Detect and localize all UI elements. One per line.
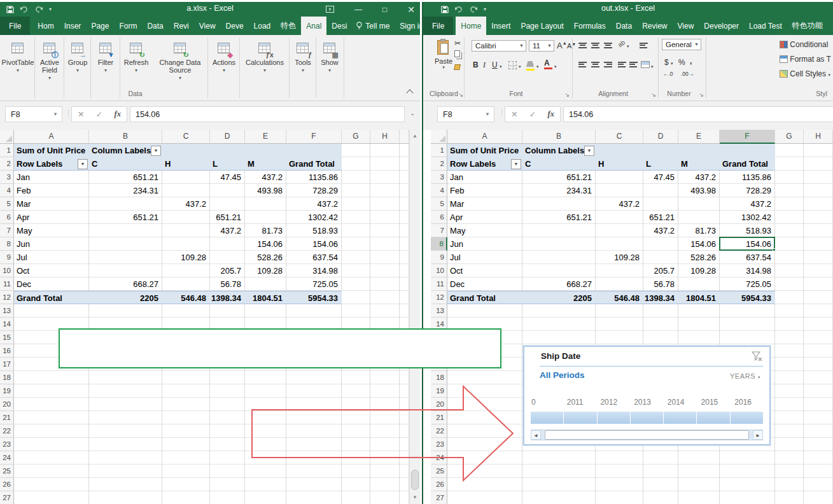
- cell[interactable]: Oct: [447, 264, 522, 277]
- formula-input[interactable]: 154.06: [130, 106, 405, 122]
- timeline-ship-date[interactable]: Ship Date All Periods YEARS ▾ 0201120122…: [523, 346, 771, 445]
- cell[interactable]: 56.78: [210, 277, 245, 291]
- row-header-15[interactable]: 15: [0, 331, 14, 344]
- minimize-button[interactable]: —: [354, 5, 362, 14]
- timeline-level-dropdown-icon[interactable]: ▾: [758, 375, 760, 379]
- fill-color-dropdown-icon[interactable]: ▾: [536, 64, 539, 69]
- cell[interactable]: 437.2: [720, 197, 775, 211]
- timeline-segment[interactable]: [731, 412, 763, 424]
- cell[interactable]: 437.2: [245, 171, 286, 184]
- borders-dropdown-icon[interactable]: ▾: [519, 64, 521, 69]
- selected-cell-F8[interactable]: [719, 237, 775, 251]
- row-header-2[interactable]: 2: [0, 157, 14, 171]
- grow-font-icon[interactable]: A▲: [557, 41, 567, 50]
- cell[interactable]: 637.54: [720, 251, 775, 264]
- cell[interactable]: 81.73: [245, 224, 286, 237]
- row-header-4[interactable]: 4: [431, 184, 447, 197]
- cancel-entry-icon[interactable]: ✕: [78, 109, 84, 119]
- row-header-16[interactable]: 16: [0, 344, 14, 358]
- borders-icon[interactable]: [508, 61, 517, 71]
- cell[interactable]: M: [678, 157, 720, 171]
- bold-button[interactable]: B: [473, 60, 479, 69]
- row-header-3[interactable]: 3: [431, 171, 447, 184]
- ribbon-button-group[interactable]: →Group▾: [65, 39, 90, 94]
- cell[interactable]: Grand Total: [286, 157, 342, 171]
- cell[interactable]: 651.21: [89, 171, 162, 184]
- font-dialog-launcher-icon[interactable]: ↘: [564, 92, 570, 98]
- cell[interactable]: 2205: [89, 291, 162, 305]
- cell[interactable]: Mar: [447, 197, 522, 211]
- row-header-1[interactable]: 1: [0, 144, 14, 157]
- conditional-formatting-button[interactable]: Conditional: [780, 40, 828, 49]
- cell[interactable]: May: [447, 224, 522, 237]
- cell[interactable]: 154.06: [678, 237, 720, 251]
- cell[interactable]: 1135.86: [286, 171, 342, 184]
- cell[interactable]: 651.21: [643, 211, 678, 224]
- align-top-icon[interactable]: [578, 41, 587, 50]
- cell[interactable]: Dec: [447, 277, 522, 291]
- close-button[interactable]: ✕: [407, 4, 415, 15]
- format-painter-icon[interactable]: [454, 63, 460, 72]
- cell[interactable]: Jun: [447, 237, 522, 251]
- merge-center-icon[interactable]: [641, 61, 650, 70]
- ribbon-tab-特色[interactable]: 特色: [276, 17, 301, 35]
- timeline-scrollbar[interactable]: ◄ ►: [531, 430, 763, 440]
- cell[interactable]: C: [89, 157, 162, 171]
- row-header-25[interactable]: 25: [0, 465, 14, 478]
- column-labels-filter-icon[interactable]: ▼: [151, 146, 161, 156]
- ribbon-tab-insert[interactable]: Insert: [486, 17, 515, 35]
- cell[interactable]: 205.7: [643, 264, 678, 277]
- row-header-14[interactable]: 14: [0, 318, 14, 331]
- cell[interactable]: H: [596, 157, 643, 171]
- row-header-13[interactable]: 13: [431, 304, 447, 318]
- accounting-dropdown-icon[interactable]: ▾: [671, 61, 673, 66]
- row-header-11[interactable]: 11: [431, 277, 447, 291]
- column-header-H[interactable]: H: [804, 130, 833, 144]
- row-header-1[interactable]: 1: [431, 144, 447, 157]
- scroll-down-icon[interactable]: ▼: [410, 491, 420, 504]
- ribbon-tab-inser[interactable]: Inser: [59, 17, 87, 35]
- timeline-segment[interactable]: [531, 412, 563, 424]
- cell[interactable]: 546.48: [596, 291, 643, 305]
- timeline-scroll-right-icon[interactable]: ►: [753, 430, 763, 440]
- cut-icon[interactable]: ✂: [454, 39, 461, 48]
- ribbon-button-actions[interactable]: ◆Actions▾: [209, 39, 239, 94]
- ribbon-tab-data[interactable]: Data: [611, 17, 637, 35]
- alignment-dialog-launcher-icon[interactable]: ↘: [651, 92, 656, 98]
- cell[interactable]: 528.26: [245, 251, 286, 264]
- cell[interactable]: Oct: [14, 264, 89, 277]
- cell[interactable]: Jul: [447, 251, 522, 264]
- name-box-dropdown-icon[interactable]: ▼: [53, 111, 58, 117]
- ribbon-button-change-data-source[interactable]: ↻Change Data Source▾: [153, 39, 207, 94]
- cell[interactable]: 5954.33: [286, 291, 342, 305]
- cell[interactable]: 668.27: [522, 277, 596, 291]
- fill-color-icon[interactable]: [526, 60, 535, 71]
- cell[interactable]: 1398.34: [210, 291, 245, 305]
- cell[interactable]: 154.06: [286, 237, 342, 251]
- ribbon-button-calculations[interactable]: ƒxCalculations▾: [241, 39, 289, 94]
- cell[interactable]: Grand Total: [447, 291, 522, 305]
- row-header-11[interactable]: 11: [0, 277, 14, 291]
- row-header-13[interactable]: 13: [0, 304, 14, 318]
- row-header-6[interactable]: 6: [431, 211, 447, 224]
- row-header-19[interactable]: 19: [0, 384, 14, 398]
- cell[interactable]: 81.73: [678, 224, 720, 237]
- select-all-corner[interactable]: [0, 130, 14, 144]
- cell[interactable]: 493.98: [678, 184, 720, 197]
- row-header-6[interactable]: 6: [0, 211, 14, 224]
- cell[interactable]: 728.29: [286, 184, 342, 197]
- cell[interactable]: Dec: [14, 277, 89, 291]
- row-header-7[interactable]: 7: [0, 224, 14, 237]
- font-size-select[interactable]: 11▼: [529, 40, 554, 52]
- scroll-up-icon[interactable]: ▲: [410, 130, 420, 143]
- cell[interactable]: 668.27: [89, 277, 162, 291]
- cell[interactable]: Jan: [14, 171, 89, 184]
- tell-me-label[interactable]: Tell me: [365, 22, 389, 31]
- ribbon-tab-hom[interactable]: Hom: [32, 17, 59, 35]
- timeline-scroll-left-icon[interactable]: ◄: [531, 430, 541, 440]
- increase-indent-icon[interactable]: [629, 60, 638, 69]
- merge-dropdown-icon[interactable]: ▾: [651, 64, 654, 69]
- cell[interactable]: 437.2: [162, 197, 210, 211]
- column-header-D[interactable]: D: [643, 130, 678, 144]
- timeline-segment[interactable]: [697, 412, 729, 424]
